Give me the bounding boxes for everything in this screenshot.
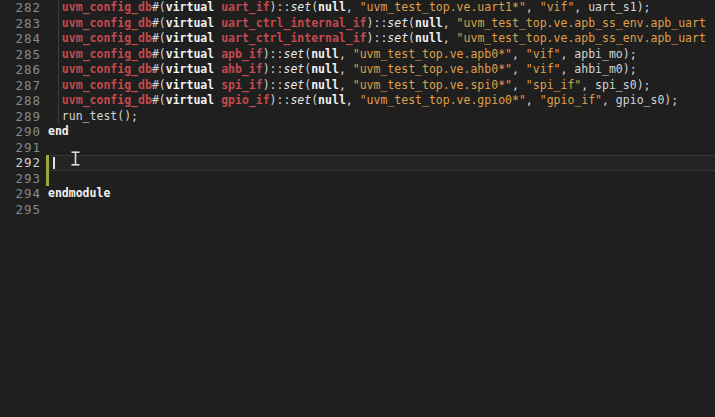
- code-token: ,: [339, 47, 353, 61]
- code-line[interactable]: uvm_config_db#(virtual gpio_if)::set(nul…: [48, 93, 715, 109]
- line-number: 284: [0, 31, 44, 47]
- code-token: set: [283, 78, 304, 92]
- code-token: [48, 93, 62, 107]
- code-token: set: [387, 16, 408, 30]
- line-number: 282: [0, 0, 44, 16]
- code-token: null: [311, 78, 339, 92]
- code-line[interactable]: [48, 171, 715, 187]
- code-line[interactable]: end: [48, 124, 715, 140]
- code-token: )::: [263, 78, 284, 92]
- code-token: ,: [339, 78, 353, 92]
- code-token: uvm_config_db: [62, 0, 152, 14]
- code-token: ,: [512, 62, 526, 76]
- code-token: uart_ctrl_internal_if: [221, 31, 366, 45]
- code-token: null: [415, 31, 443, 45]
- code-line[interactable]: run_test();: [48, 109, 715, 125]
- code-token: virtual: [166, 62, 214, 76]
- code-token: uvm_config_db: [62, 62, 152, 76]
- code-token: )::: [270, 93, 291, 107]
- code-line[interactable]: uvm_config_db#(virtual uart_ctrl_interna…: [48, 16, 715, 32]
- code-token: "vif": [526, 62, 561, 76]
- code-token: uvm_config_db: [62, 16, 152, 30]
- code-token: #(: [152, 62, 166, 76]
- line-number: 290: [0, 124, 44, 140]
- code-line[interactable]: endmodule: [48, 186, 715, 202]
- code-token: ,: [443, 31, 457, 45]
- code-area[interactable]: uvm_config_db#(virtual uart_if)::set(nul…: [48, 0, 715, 417]
- code-token: set: [290, 93, 311, 107]
- code-token: spi_if: [221, 78, 263, 92]
- code-token: set: [283, 47, 304, 61]
- code-token: run_test();: [48, 109, 138, 123]
- code-token: "vif": [540, 0, 575, 14]
- code-token: #(: [152, 47, 166, 61]
- code-token: #(: [152, 31, 166, 45]
- ibeam-mouse-cursor: [70, 151, 81, 170]
- code-token: virtual: [166, 78, 214, 92]
- code-token: virtual: [166, 47, 214, 61]
- code-line[interactable]: uvm_config_db#(virtual apb_if)::set(null…: [48, 47, 715, 63]
- code-token: )::: [263, 47, 284, 61]
- code-token: uvm_config_db: [62, 93, 152, 107]
- code-token: null: [318, 0, 346, 14]
- code-token: null: [415, 16, 443, 30]
- code-token: uvm_config_db: [62, 78, 152, 92]
- code-token: uart_if: [221, 0, 269, 14]
- code-token: #(: [152, 0, 166, 14]
- code-line[interactable]: uvm_config_db#(virtual uart_if)::set(nul…: [48, 0, 715, 16]
- code-token: null: [318, 93, 346, 107]
- code-token: "spi_if": [526, 78, 581, 92]
- code-token: ,: [512, 47, 526, 61]
- code-token: , apbi_mo);: [560, 47, 636, 61]
- line-number: 283: [0, 16, 44, 32]
- code-token: set: [387, 31, 408, 45]
- active-line-number: 292: [0, 155, 44, 171]
- line-number: 289: [0, 109, 44, 125]
- code-token: end: [48, 124, 69, 138]
- code-token: virtual: [166, 16, 214, 30]
- code-token: "uvm_test_top.ve.uart1*": [360, 0, 526, 14]
- code-line[interactable]: uvm_config_db#(virtual uart_ctrl_interna…: [48, 31, 715, 47]
- code-token: "uvm_test_top.ve.apb_ss_env.apb_uart: [457, 31, 706, 45]
- code-token: gpio_if: [221, 93, 269, 107]
- code-token: [48, 78, 62, 92]
- line-number: 287: [0, 78, 44, 94]
- code-token: apb_if: [221, 47, 263, 61]
- code-token: [48, 16, 62, 30]
- code-line[interactable]: [48, 202, 715, 218]
- code-token: #(: [152, 93, 166, 107]
- code-token: #(: [152, 16, 166, 30]
- code-token: set: [290, 0, 311, 14]
- code-line[interactable]: uvm_config_db#(virtual ahb_if)::set(null…: [48, 62, 715, 78]
- line-number: 288: [0, 93, 44, 109]
- code-token: ,: [339, 62, 353, 76]
- code-editor[interactable]: 2822832842852862872882892902912922932942…: [0, 0, 715, 417]
- code-token: )::: [263, 62, 284, 76]
- code-token: "uvm_test_top.ve.apb_ss_env.apb_uart: [457, 16, 706, 30]
- code-token: , uart_s1);: [574, 0, 650, 14]
- code-token: , spi_s0);: [581, 78, 650, 92]
- code-token: "gpio_if": [540, 93, 602, 107]
- code-token: [48, 62, 62, 76]
- code-token: , ahbi_m0);: [560, 62, 636, 76]
- line-number: 286: [0, 62, 44, 78]
- code-token: uvm_config_db: [62, 47, 152, 61]
- code-token: null: [311, 47, 339, 61]
- code-token: ,: [346, 0, 360, 14]
- code-token: uart_ctrl_internal_if: [221, 16, 366, 30]
- code-token: , gpio_s0);: [602, 93, 678, 107]
- code-token: "uvm_test_top.ve.ahb0*": [353, 62, 512, 76]
- code-line[interactable]: [48, 140, 715, 156]
- code-line[interactable]: uvm_config_db#(virtual spi_if)::set(null…: [48, 78, 715, 94]
- code-token: ,: [526, 0, 540, 14]
- code-token: (: [408, 31, 415, 45]
- code-token: endmodule: [48, 186, 110, 200]
- code-token: virtual: [166, 93, 214, 107]
- code-token: )::: [270, 0, 291, 14]
- line-number: 291: [0, 140, 44, 156]
- code-token: ,: [346, 93, 360, 107]
- line-number: 295: [0, 202, 44, 218]
- code-token: #(: [152, 78, 166, 92]
- code-line[interactable]: [48, 155, 715, 171]
- line-number: 294: [0, 186, 44, 202]
